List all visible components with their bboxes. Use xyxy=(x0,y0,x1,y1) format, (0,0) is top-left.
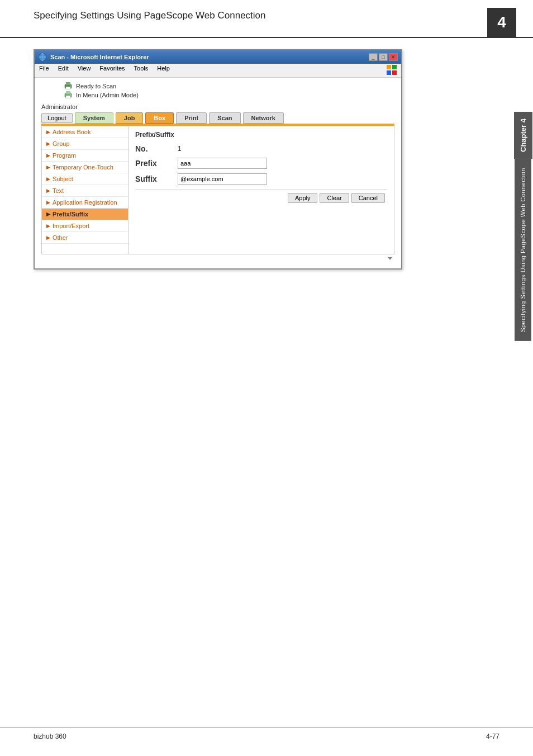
browser-titlebar: Scan - Microsoft Internet Explorer _ □ ✕ xyxy=(35,50,401,64)
admin-label: Administrator xyxy=(41,103,394,110)
form-row-suffix: Suffix xyxy=(135,173,387,185)
status-item-ready: Ready to Scan xyxy=(64,82,394,90)
browser-menubar: File Edit View Favorites Tools Help xyxy=(35,64,401,78)
sidebar-item-import-export[interactable]: ▶ Import/Export xyxy=(42,220,128,232)
svg-rect-7 xyxy=(392,70,397,75)
arrow-icon: ▶ xyxy=(46,223,50,229)
page-title: Specifying Settings Using PageScope Web … xyxy=(34,10,266,26)
browser-icon xyxy=(38,53,47,62)
chapter-badge: 4 xyxy=(487,8,516,37)
chapter-label: Chapter 4 xyxy=(514,112,532,159)
svg-marker-16 xyxy=(388,257,392,260)
chapter-sidebar: Chapter 4 Specifying Settings Using Page… xyxy=(513,112,533,447)
tab-print[interactable]: Print xyxy=(176,112,207,124)
sidebar-item-group[interactable]: ▶ Group xyxy=(42,138,128,150)
arrow-icon: ▶ xyxy=(46,188,50,193)
svg-rect-14 xyxy=(66,96,70,98)
prefix-input[interactable] xyxy=(178,158,267,169)
svg-rect-9 xyxy=(66,82,70,85)
main-content: Scan - Microsoft Internet Explorer _ □ ✕… xyxy=(0,49,533,270)
scroll-indicator xyxy=(387,256,393,262)
footer-product: bizhub 360 xyxy=(34,733,66,740)
menu-favorites[interactable]: Favorites xyxy=(99,65,125,76)
sidebar-item-temp-one-touch[interactable]: ▶ Temporary One-Touch xyxy=(42,162,128,173)
svg-rect-11 xyxy=(70,86,71,87)
sidebar-item-subject[interactable]: ▶ Subject xyxy=(42,173,128,185)
sidebar-label-import-export: Import/Export xyxy=(53,223,89,229)
footer-page: 4-77 xyxy=(486,733,499,740)
page-footer: bizhub 360 4-77 xyxy=(0,727,533,745)
sidebar-item-text[interactable]: ▶ Text xyxy=(42,185,128,197)
content-area: ▶ Address Book ▶ Group ▶ Program ▶ Tempo… xyxy=(41,126,394,254)
tab-network[interactable]: Network xyxy=(243,112,284,124)
windows-logo xyxy=(387,65,397,76)
clear-button[interactable]: Clear xyxy=(320,193,349,203)
label-prefix: Prefix xyxy=(135,159,169,168)
sidebar-item-address-book[interactable]: ▶ Address Book xyxy=(42,126,128,138)
logout-button[interactable]: Logout xyxy=(41,113,73,123)
sidebar-label-other: Other xyxy=(53,234,68,241)
tab-job[interactable]: Job xyxy=(116,112,144,124)
suffix-input[interactable] xyxy=(178,173,267,185)
sidebar-item-program[interactable]: ▶ Program xyxy=(42,150,128,162)
close-button[interactable]: ✕ xyxy=(389,53,398,61)
arrow-icon: ▶ xyxy=(46,164,50,170)
sidebar-item-app-reg[interactable]: ▶ Application Registration xyxy=(42,197,128,209)
tab-box[interactable]: Box xyxy=(145,112,174,124)
value-no: 1 xyxy=(178,145,182,153)
menu-edit[interactable]: Edit xyxy=(58,65,69,76)
browser-content: Ready to Scan In Menu (Admin Mode) Admin… xyxy=(35,78,401,268)
sidebar-label-subject: Subject xyxy=(53,176,73,182)
arrow-icon: ▶ xyxy=(46,235,50,240)
minimize-button[interactable]: _ xyxy=(369,53,378,61)
status-ready-text: Ready to Scan xyxy=(76,83,116,89)
menu-view[interactable]: View xyxy=(78,65,91,76)
arrow-icon: ▶ xyxy=(46,141,50,147)
sidebar-item-other[interactable]: ▶ Other xyxy=(42,232,128,244)
sidebar-label-text: Text xyxy=(53,187,64,194)
status-item-menu: In Menu (Admin Mode) xyxy=(64,91,394,99)
nav-tabs: Logout System Job Box Print Scan Network xyxy=(41,112,394,124)
status-bar: Ready to Scan In Menu (Admin Mode) xyxy=(41,82,394,99)
action-buttons: Apply Clear Cancel xyxy=(135,189,387,206)
browser-controls: _ □ ✕ xyxy=(369,53,398,61)
status-menu-text: In Menu (Admin Mode) xyxy=(76,92,139,98)
titlebar-left: Scan - Microsoft Internet Explorer xyxy=(38,53,149,62)
sidebar-item-prefix-suffix[interactable]: ▶ Prefix/Suffix xyxy=(42,209,128,220)
arrow-icon: ▶ xyxy=(46,129,50,135)
svg-rect-15 xyxy=(70,94,71,96)
form-row-prefix: Prefix xyxy=(135,158,387,169)
printer-icon xyxy=(64,82,73,90)
label-suffix: Suffix xyxy=(135,174,169,183)
arrow-icon: ▶ xyxy=(46,153,50,158)
sidebar-label-group: Group xyxy=(53,140,70,147)
tab-system[interactable]: System xyxy=(75,112,113,124)
browser-title: Scan - Microsoft Internet Explorer xyxy=(50,54,149,60)
cancel-button[interactable]: Cancel xyxy=(351,193,385,203)
page-header: Specifying Settings Using PageScope Web … xyxy=(0,0,533,38)
maximize-button[interactable]: □ xyxy=(379,53,388,61)
menu-file[interactable]: File xyxy=(39,65,49,76)
sidebar-label-temp-one-touch: Temporary One-Touch xyxy=(53,164,113,171)
browser-window: Scan - Microsoft Internet Explorer _ □ ✕… xyxy=(34,49,402,270)
panel-title: Prefix/Suffix xyxy=(135,131,387,139)
sidebar-label-program: Program xyxy=(53,152,76,159)
menu-tools[interactable]: Tools xyxy=(134,65,149,76)
menu-help[interactable]: Help xyxy=(157,65,170,76)
svg-rect-5 xyxy=(392,65,397,69)
sidebar-label-app-reg: Application Registration xyxy=(53,199,117,206)
arrow-icon: ▶ xyxy=(46,176,50,182)
sidebar-label-address-book: Address Book xyxy=(53,129,91,135)
svg-rect-13 xyxy=(66,91,70,94)
tab-scan[interactable]: Scan xyxy=(209,112,240,124)
form-row-no: No. 1 xyxy=(135,144,387,153)
arrow-icon: ▶ xyxy=(46,200,50,205)
arrow-icon: ▶ xyxy=(46,211,50,217)
svg-rect-6 xyxy=(387,70,391,75)
label-no: No. xyxy=(135,144,169,153)
sidebar-label-prefix-suffix: Prefix/Suffix xyxy=(53,211,88,218)
svg-rect-10 xyxy=(66,87,70,89)
svg-rect-4 xyxy=(387,65,391,69)
apply-button[interactable]: Apply xyxy=(288,193,318,203)
main-panel: Prefix/Suffix No. 1 Prefix Suffix xyxy=(129,126,394,254)
